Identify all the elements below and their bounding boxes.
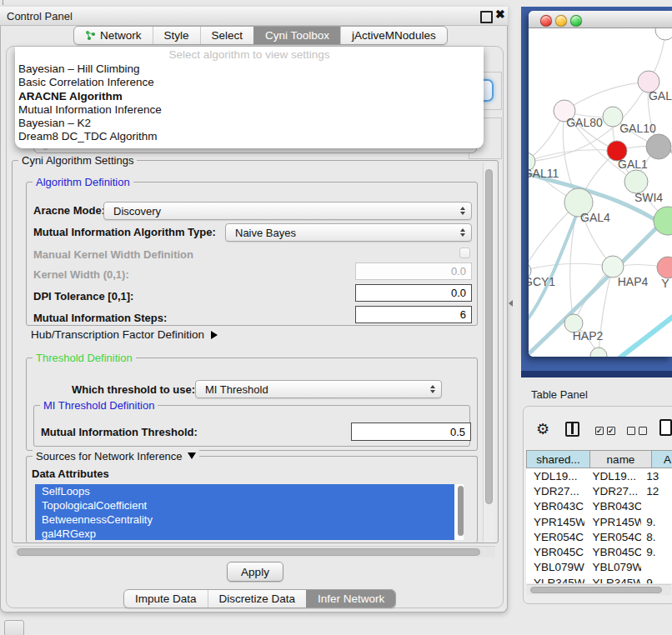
tab-network[interactable]: Network xyxy=(74,27,153,44)
apply-button[interactable]: Apply xyxy=(227,562,283,582)
data-attributes-list[interactable]: SelfLoopsTopologicalCoefficientBetweenne… xyxy=(35,484,464,540)
network-node[interactable] xyxy=(655,28,672,40)
manual-kernel-checkbox[interactable] xyxy=(459,248,470,258)
kernel-width-label: Kernel Width (0,1): xyxy=(33,268,129,281)
unchecked-boxes-icon[interactable] xyxy=(627,427,647,435)
manual-kernel-label: Manual Kernel Width Definition xyxy=(33,248,193,261)
network-canvas[interactable]: GALGAL80GAL10GAL1GAL11SWI4GAL4GCY1HAP4YH… xyxy=(529,28,672,357)
attribute-item-betweennesscentrality[interactable]: BetweennessCentrality xyxy=(35,512,454,527)
mi-steps-field[interactable] xyxy=(355,306,472,323)
combo-arrows-icon xyxy=(460,228,465,237)
table-cell: YBR045C xyxy=(526,546,584,558)
network-node-label: HAP4 xyxy=(618,275,649,288)
float-window-icon[interactable] xyxy=(480,11,493,23)
table-cell: YLR345W xyxy=(584,577,641,583)
gear-icon[interactable]: ⚙ xyxy=(536,420,549,438)
table-cell: YBR045C xyxy=(584,546,641,558)
table-hscrollbar-thumb[interactable] xyxy=(530,587,662,593)
table-row[interactable]: YER054CYER054C8. xyxy=(526,529,672,544)
column-header-shared-[interactable]: shared... xyxy=(526,450,590,468)
tab-select[interactable]: Select xyxy=(200,27,254,44)
table-row[interactable]: YBR045CYBR045C9. xyxy=(526,544,672,559)
table-cell: YER054C xyxy=(526,531,584,543)
attribute-item-topologicalcoefficient[interactable]: TopologicalCoefficient xyxy=(35,498,454,512)
network-view-window[interactable]: GALGAL80GAL10GAL1GAL11SWI4GAL4GCY1HAP4YH… xyxy=(529,11,672,357)
aracne-mode-label: Aracne Mode: xyxy=(33,204,105,217)
threshold-definition-group: Threshold Definition Which threshold to … xyxy=(26,358,478,451)
network-node-label: GAL10 xyxy=(619,122,656,135)
algorithm-definition-title: Algorithm Definition xyxy=(33,176,133,188)
algorithm-option-aracne-algorithm[interactable]: ARACNE Algorithm xyxy=(15,90,484,103)
tab-style[interactable]: Style xyxy=(153,27,200,44)
control-panel-title: Control Panel xyxy=(7,10,73,22)
tab-jactivemnodules[interactable]: jActiveMNodules xyxy=(340,27,447,44)
expand-right-icon xyxy=(211,331,218,339)
network-node-label: SWI4 xyxy=(634,191,663,204)
algorithm-option-bayesian-k2[interactable]: Bayesian – K2 xyxy=(15,117,484,130)
table-row[interactable]: YLR345WYLR345W9. xyxy=(526,575,672,583)
network-window-titlebar[interactable] xyxy=(529,11,672,28)
checked-boxes-icon[interactable]: ✓✓ xyxy=(595,427,615,435)
columns-icon[interactable] xyxy=(565,422,579,437)
document-icon[interactable] xyxy=(659,419,672,436)
settings-scrollbar-thumb[interactable] xyxy=(485,169,493,504)
network-node-label: GAL11 xyxy=(529,167,559,180)
settings-hscrollbar-thumb[interactable] xyxy=(17,548,480,556)
aracne-mode-select[interactable]: Discovery xyxy=(103,202,472,220)
cyni-bottom-tabstrip: Impute DataDiscretize DataInfer Network xyxy=(123,589,396,608)
hub-definition-expander[interactable]: Hub/Transcription Factor Definition xyxy=(31,328,218,341)
attributes-scrollbar-thumb[interactable] xyxy=(458,486,464,536)
algorithm-option-dream8-dc-tdc-algorithm[interactable]: Dream8 DC_TDC Algorithm xyxy=(15,130,484,143)
tab-cyni-toolbox[interactable]: Cyni Toolbox xyxy=(253,27,340,44)
table-hscrollbar[interactable] xyxy=(527,584,671,595)
kernel-width-field xyxy=(355,262,472,280)
network-node-label: GAL xyxy=(649,89,672,102)
column-header-name[interactable]: name xyxy=(590,450,652,468)
settings-hscrollbar[interactable] xyxy=(13,546,495,558)
sources-group-title[interactable]: Sources for Network Inference xyxy=(33,450,199,462)
network-node-y[interactable] xyxy=(657,257,672,278)
table-row[interactable]: YPR145WYPR145W9. xyxy=(526,514,672,529)
table-row[interactable]: YBR043CYBR043C xyxy=(526,499,672,514)
combo-arrows-icon xyxy=(430,385,435,393)
close-traffic-light-icon[interactable] xyxy=(540,15,552,27)
minimize-traffic-light-icon[interactable] xyxy=(555,15,567,27)
screenshot-stage: Control Panel ✖ NetworkStyleSelectCyni T… xyxy=(0,0,672,635)
algorithm-option-bayesian-hill-climbing[interactable]: Bayesian – Hill Climbing xyxy=(15,62,484,76)
mi-threshold-field[interactable] xyxy=(351,422,471,441)
algorithm-option-mutual-information-inference[interactable]: Mutual Information Inference xyxy=(15,103,484,117)
mi-type-value: Naive Bayes xyxy=(235,227,296,239)
network-node[interactable] xyxy=(590,348,607,357)
mi-type-select[interactable]: Naive Bayes xyxy=(225,223,472,242)
column-header-a[interactable]: A xyxy=(652,450,672,468)
table-row[interactable]: YDL19...YDL19...13 xyxy=(526,468,672,483)
network-node[interactable] xyxy=(646,134,671,159)
which-threshold-select[interactable]: MI Threshold xyxy=(195,380,442,398)
zoom-traffic-light-icon[interactable] xyxy=(570,15,582,27)
dpi-tolerance-field[interactable] xyxy=(355,284,472,302)
tab-label: Discretize Data xyxy=(219,592,296,605)
tab-label: Network xyxy=(100,29,142,42)
algorithm-dropdown-list[interactable]: Select algorithm to view settings Bayesi… xyxy=(15,47,484,148)
table-row[interactable]: YBL079WYBL079W xyxy=(526,560,672,575)
table-cell: 12 xyxy=(641,485,672,498)
network-node[interactable] xyxy=(624,170,648,193)
dpi-tolerance-label: DPI Tolerance [0,1]: xyxy=(33,290,133,302)
network-icon xyxy=(85,30,96,41)
tab-discretize-data[interactable]: Discretize Data xyxy=(208,590,307,608)
attribute-item-gal4rgexp[interactable]: gal4RGexp xyxy=(35,527,454,540)
collapsed-panel-button[interactable] xyxy=(4,620,24,635)
close-icon[interactable]: ✖ xyxy=(495,8,505,21)
threshold-definition-title: Threshold Definition xyxy=(33,352,136,364)
split-pane-arrow-icon[interactable] xyxy=(509,300,513,307)
network-node-label: GAL80 xyxy=(566,116,603,129)
algorithm-option-basic-correlation-inference[interactable]: Basic Correlation Inference xyxy=(15,76,484,89)
attribute-item-selfloops[interactable]: SelfLoops xyxy=(35,484,454,498)
tab-infer-network[interactable]: Infer Network xyxy=(306,590,395,608)
network-edge xyxy=(564,82,649,111)
table-row[interactable]: YDR27...YDR27...12 xyxy=(526,483,672,498)
tab-impute-data[interactable]: Impute Data xyxy=(124,590,208,608)
control-panel-titlebar[interactable] xyxy=(0,7,508,26)
table-cell: YPR145W xyxy=(584,516,641,528)
settings-scrollbar[interactable] xyxy=(483,162,495,542)
